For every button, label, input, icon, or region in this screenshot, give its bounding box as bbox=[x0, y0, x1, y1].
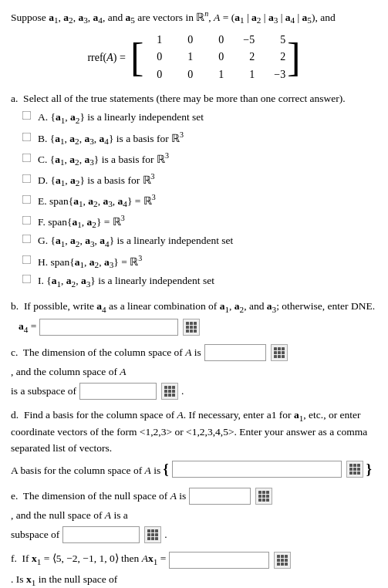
part-e-subspace-grid-icon[interactable] bbox=[144, 526, 161, 543]
option-F: F. span{a1, a2} = ℝ3 bbox=[22, 212, 377, 231]
option-I: I. {a1, a2, a3} is a linearly independen… bbox=[22, 273, 377, 291]
part-d: d. Find a basis for the column space of … bbox=[11, 407, 377, 480]
part-c: c. The dimension of the column space of … bbox=[11, 344, 377, 400]
option-G-label: G. {a1, a2, a3, a4} is a linearly indepe… bbox=[38, 233, 233, 251]
part-e-text1: e. The dimension of the null space of A … bbox=[11, 488, 186, 504]
option-E: E. span{a1, a2, a3, a4} = ℝ3 bbox=[22, 191, 377, 211]
option-B: B. {a1, a2, a3, a4} is a basis for ℝ3 bbox=[22, 129, 377, 148]
part-b-input[interactable] bbox=[39, 319, 178, 336]
checkbox-B[interactable] bbox=[22, 132, 32, 141]
option-B-label: B. {a1, a2, a3, a4} is a basis for ℝ3 bbox=[38, 129, 184, 148]
part-c-subspace-input[interactable] bbox=[79, 383, 157, 400]
checkbox-H[interactable] bbox=[22, 255, 32, 265]
part-f-ax1-input[interactable] bbox=[169, 552, 269, 569]
bracket-left: [ bbox=[130, 38, 143, 78]
part-e-text2: , and the null space of A is a bbox=[11, 508, 128, 523]
part-e-subspace-input[interactable] bbox=[62, 526, 140, 543]
part-d-input[interactable] bbox=[172, 461, 342, 478]
part-b-field-label: a4 = bbox=[19, 319, 36, 336]
part-d-text: d. Find a basis for the column space of … bbox=[11, 407, 377, 456]
part-e-dim-grid-icon[interactable] bbox=[255, 488, 272, 505]
part-c-row1: c. The dimension of the column space of … bbox=[11, 344, 377, 380]
part-e: e. The dimension of the null space of A … bbox=[11, 488, 377, 543]
option-D-label: D. {a1, a2} is a basis for ℝ3 bbox=[38, 171, 155, 190]
part-f-row1: f. If x1 = ⟨5, −2, −1, 1, 0⟩ then Ax1 = … bbox=[11, 551, 377, 588]
checkbox-E[interactable] bbox=[22, 194, 32, 204]
option-H-label: H. span{a1, a2, a3} = ℝ3 bbox=[38, 252, 142, 272]
part-c-row2: is a subspace of . bbox=[11, 383, 377, 400]
part-e-row2: subspace of . bbox=[11, 526, 377, 543]
checkbox-D[interactable] bbox=[22, 174, 32, 183]
part-e-period: . bbox=[164, 527, 167, 542]
part-b: b. If possible, write a4 as a linear com… bbox=[11, 299, 377, 336]
part-a: a. Select all of the true statements (th… bbox=[11, 91, 377, 290]
option-C: C. {a1, a2, a3} is a basis for ℝ3 bbox=[22, 150, 377, 169]
part-c-subspace-text: is a subspace of bbox=[11, 384, 76, 399]
option-E-label: E. span{a1, a2, a3, a4} = ℝ3 bbox=[38, 191, 156, 211]
part-e-dim-input[interactable] bbox=[189, 488, 251, 505]
checkbox-C[interactable] bbox=[22, 153, 32, 162]
part-b-answer-row: a4 = bbox=[19, 319, 377, 336]
checkbox-F[interactable] bbox=[22, 215, 32, 225]
header-line: Suppose a1, a2, a3, a4, and a5 are vecto… bbox=[11, 8, 377, 27]
option-D: D. {a1, a2} is a basis for ℝ3 bbox=[22, 171, 377, 190]
part-f-text1: f. If x1 = ⟨5, −2, −1, 1, 0⟩ then Ax1 = bbox=[11, 551, 166, 569]
checkbox-A[interactable] bbox=[22, 111, 32, 120]
part-e-row1: e. The dimension of the null space of A … bbox=[11, 488, 377, 523]
matrix-label: rref(A) = bbox=[87, 49, 126, 66]
part-c-dim-grid-icon[interactable] bbox=[271, 344, 288, 361]
part-f-text2: . Is x1 in the null space of bbox=[11, 572, 117, 588]
part-c-label: c. The dimension of the column space of … bbox=[11, 345, 201, 360]
checkbox-G[interactable] bbox=[22, 235, 32, 244]
bracket-right: ] bbox=[287, 38, 300, 78]
option-H: H. span{a1, a2, a3} = ℝ3 bbox=[22, 252, 377, 272]
part-b-label: b. If possible, write a4 as a linear com… bbox=[11, 299, 377, 316]
part-c-dim-input[interactable] bbox=[204, 344, 266, 361]
part-d-curly-close: } bbox=[366, 459, 372, 480]
part-a-label: a. Select all of the true statements (th… bbox=[11, 91, 377, 106]
option-G: G. {a1, a2, a3, a4} is a linearly indepe… bbox=[22, 233, 377, 251]
option-I-label: I. {a1, a2, a3} is a linearly independen… bbox=[38, 273, 214, 291]
part-d-grid-icon[interactable] bbox=[346, 461, 363, 478]
part-b-grid-icon[interactable] bbox=[183, 319, 200, 336]
part-d-field-label: A basis for the column space of A is { bbox=[11, 459, 169, 480]
option-A-label: A. {a1, a2} is a linearly independent se… bbox=[38, 110, 204, 127]
option-A: A. {a1, a2} is a linearly independent se… bbox=[22, 110, 377, 127]
checkbox-I[interactable] bbox=[22, 275, 32, 284]
part-c-subspace-grid-icon[interactable] bbox=[161, 383, 178, 400]
option-C-label: C. {a1, a2, a3} is a basis for ℝ3 bbox=[38, 150, 169, 169]
matrix-content: 1 0 0 −5 5 0 1 0 2 2 0 0 1 1 −3 bbox=[145, 32, 285, 83]
part-c-mid-text: , and the column space of A bbox=[11, 364, 127, 380]
part-f-grid-icon[interactable] bbox=[274, 552, 291, 569]
option-F-label: F. span{a1, a2} = ℝ3 bbox=[38, 212, 125, 231]
part-f: f. If x1 = ⟨5, −2, −1, 1, 0⟩ then Ax1 = … bbox=[11, 551, 377, 588]
part-c-period: . bbox=[181, 384, 184, 399]
part-e-subspace-text: subspace of bbox=[11, 527, 59, 542]
matrix-block: rref(A) = [ 1 0 0 −5 5 0 1 0 2 2 0 0 1 1… bbox=[11, 32, 377, 83]
part-d-answer-row: A basis for the column space of A is { } bbox=[11, 459, 377, 480]
